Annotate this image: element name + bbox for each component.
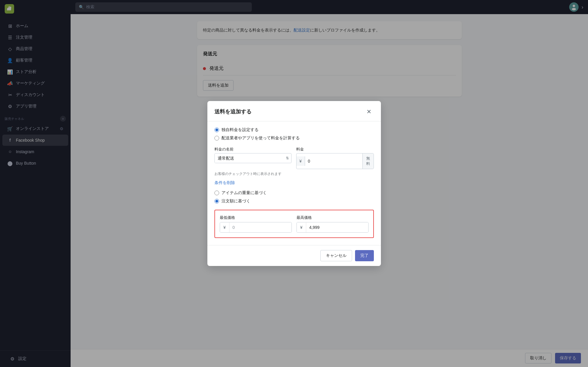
min-price-prefix: ¥ [220, 222, 230, 232]
rate-name-group: 料金の名前 通常配送 ⇅ [214, 147, 291, 169]
radio-item-weight[interactable]: アイテムの重量に基づく [214, 190, 374, 196]
rate-name-select-wrap: 通常配送 ⇅ [214, 153, 291, 163]
rate-name-label: 料金の名前 [214, 147, 291, 152]
conditions-link-button[interactable]: 条件を削除 [214, 180, 235, 186]
modal-add-shipping: 送料を追加する ✕ 独自料金を設定する 配送業者やアプリを使って料金を計算する … [207, 101, 381, 266]
radio-weight[interactable] [214, 191, 219, 195]
min-price-group: 最低価格 ¥ [220, 215, 292, 233]
hint-text: お客様のチェックアウト時に表示されます [214, 171, 374, 176]
max-price-input-wrap: ¥ [297, 222, 369, 233]
radio-calculated[interactable] [214, 136, 219, 140]
modal-cancel-button[interactable]: キャンセル [320, 250, 352, 261]
modal-done-button[interactable]: 完了 [355, 250, 374, 261]
fee-prefix: ¥ [297, 156, 305, 166]
radio-item-order[interactable]: 注文額に基づく [214, 199, 374, 204]
select-arrows-icon: ⇅ [284, 156, 291, 160]
radio-weight-label: アイテムの重量に基づく [221, 190, 267, 196]
min-price-label: 最低価格 [220, 215, 292, 220]
radio-custom[interactable] [214, 128, 219, 132]
condition-type-radio-group: アイテムの重量に基づく 注文額に基づく [214, 190, 374, 204]
modal-header: 送料を追加する ✕ [207, 101, 381, 121]
price-range-section: 最低価格 ¥ 最高価格 ¥ [214, 210, 374, 238]
radio-calculated-label: 配送業者やアプリを使って料金を計算する [221, 135, 300, 141]
modal-close-button[interactable]: ✕ [364, 107, 374, 116]
fee-input-wrap: ¥ 無料 [296, 153, 374, 169]
fee-group: 料金 ¥ 無料 [296, 147, 374, 169]
price-range-row: 最低価格 ¥ 最高価格 ¥ [220, 215, 369, 233]
radio-item-calculated[interactable]: 配送業者やアプリを使って料金を計算する [214, 135, 374, 141]
free-badge: 無料 [362, 153, 374, 169]
max-price-input[interactable] [306, 222, 368, 232]
max-price-prefix: ¥ [297, 222, 307, 232]
max-price-label: 最高価格 [297, 215, 369, 220]
fee-label: 料金 [296, 147, 374, 152]
fee-input[interactable] [305, 156, 362, 166]
modal-footer: キャンセル 完了 [207, 245, 381, 266]
max-price-group: 最高価格 ¥ [297, 215, 369, 233]
modal-body: 独自料金を設定する 配送業者やアプリを使って料金を計算する 料金の名前 通常配送… [207, 121, 381, 245]
min-price-input[interactable] [229, 222, 291, 232]
radio-order-label: 注文額に基づく [221, 199, 250, 204]
radio-item-custom[interactable]: 独自料金を設定する [214, 127, 374, 133]
rate-name-select[interactable]: 通常配送 [215, 153, 284, 163]
modal-title: 送料を追加する [214, 108, 251, 115]
rate-type-radio-group: 独自料金を設定する 配送業者やアプリを使って料金を計算する [214, 127, 374, 141]
min-price-input-wrap: ¥ [220, 222, 292, 233]
modal-overlay: 送料を追加する ✕ 独自料金を設定する 配送業者やアプリを使って料金を計算する … [0, 0, 588, 367]
rate-name-fee-row: 料金の名前 通常配送 ⇅ 料金 ¥ 無料 [214, 147, 374, 169]
radio-order[interactable] [214, 199, 219, 204]
radio-custom-label: 独自料金を設定する [221, 127, 259, 133]
